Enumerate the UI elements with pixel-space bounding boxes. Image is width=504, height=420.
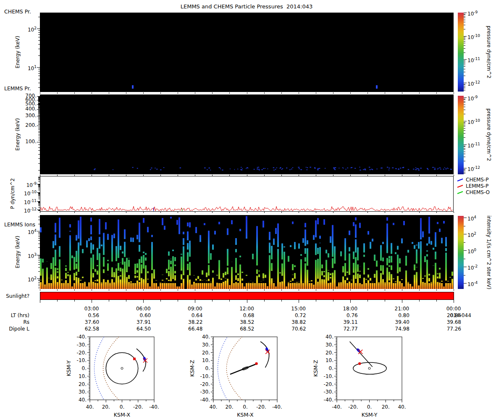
panel-gap-tick (299, 289, 299, 291)
axis-tick (38, 170, 40, 171)
panel-gap-tick (333, 289, 333, 291)
legend-item-label: CHEMS-P (466, 177, 489, 183)
panel-gap-tick (160, 289, 161, 291)
colorbar-tick (464, 97, 467, 98)
panel-gap-tick (333, 92, 333, 94)
axis-tick (38, 118, 40, 119)
axis-tick (38, 40, 40, 41)
axis-tick (38, 115, 40, 115)
panel-gap-tick (281, 212, 282, 213)
axis-tick (38, 109, 40, 109)
colorbar-tick (464, 36, 467, 37)
axis-tick (38, 129, 40, 130)
panel-gap-tick (40, 289, 40, 291)
time-axis-tick (419, 299, 420, 302)
colorbar-minor-tick (464, 157, 465, 157)
panel-gap-tick (126, 175, 126, 176)
axis-tick (38, 186, 40, 187)
time-axis-tick (126, 299, 126, 302)
ephemeris-value: 0.84 (434, 312, 461, 318)
axis-tick (38, 286, 40, 286)
chems-spectrogram-canvas (40, 13, 454, 92)
axis-tick (38, 193, 40, 193)
orbit-yaxis-title: KSM-Y (66, 360, 72, 376)
orbit-y-tick-label: 30. (326, 342, 333, 348)
orbit-y-tick-label: -20. (200, 381, 210, 387)
axis-tick (38, 247, 40, 248)
time-axis-tick (92, 299, 92, 303)
axis-tick (38, 134, 40, 134)
colorbar-minor-tick (464, 60, 465, 61)
axis-tick (38, 76, 40, 76)
colorbar-minor-tick (464, 48, 465, 49)
colorbar-minor-tick (464, 102, 465, 103)
axis-tick (38, 187, 40, 188)
lemms-ions-spectrogram (40, 215, 454, 289)
axis-tick (38, 116, 40, 116)
p1-ytick: 101 (17, 64, 37, 71)
orbit-y-tick-label: 20. (326, 350, 333, 356)
time-axis-tick (195, 299, 195, 303)
time-tick-label: 15:00 (286, 306, 311, 312)
axis-tick (38, 180, 40, 180)
colorbar-minor-tick (464, 101, 465, 102)
axis-tick (38, 189, 40, 189)
time-axis-tick (333, 299, 333, 302)
axis-tick (38, 119, 40, 120)
chems-pressure-spectrogram (40, 13, 454, 92)
axis-tick (38, 193, 40, 194)
panel-gap-tick (350, 175, 351, 176)
panel-gap-tick (195, 289, 195, 291)
time-axis-tick (178, 299, 178, 302)
cb1-unit-label: pressure dyne/cm^2 (486, 26, 492, 78)
colorbar-minor-tick (464, 259, 465, 259)
orbit-y-tick-label: -30. (200, 389, 210, 395)
panel-gap-tick (385, 212, 385, 213)
colorbar-tick-label: 10-2 (467, 263, 478, 271)
axis-tick (38, 108, 40, 109)
p2-ytick: 100. (17, 139, 37, 144)
titan-position-marker (133, 358, 136, 360)
axis-tick (38, 210, 40, 211)
orbit-x-tick-label: 20. (102, 404, 110, 410)
colorbar-minor-tick (464, 90, 465, 90)
orbit-y-tick-label: -40. (324, 397, 333, 403)
axis-tick (38, 99, 40, 99)
axis-tick (38, 271, 40, 272)
axis-tick (38, 73, 40, 74)
axis-tick (38, 217, 40, 217)
time-axis-tick (299, 299, 299, 303)
colorbar-minor-tick (464, 18, 465, 18)
panel-gap-tick (74, 92, 75, 94)
colorbar-tick (464, 283, 467, 284)
orbit-y-tick-label: 20. (79, 381, 87, 387)
panel-gap-tick (109, 212, 109, 213)
panel-gap-tick (419, 289, 420, 291)
orbit-x-tick-label: -40. (332, 404, 341, 410)
ephemeris-value: 72.77 (331, 326, 358, 332)
axis-tick (38, 196, 40, 196)
colorbar-tick-label: 104 (467, 214, 476, 222)
legend-swatch-line (457, 184, 464, 188)
orbit-xaxis-title: KSM-X (114, 412, 131, 418)
axis-tick (38, 232, 40, 233)
panel-gap-tick (419, 92, 420, 94)
orbit-y-tick-label: 30. (79, 389, 87, 395)
colorbar-minor-tick (464, 43, 465, 43)
panel-gap-tick (247, 212, 247, 213)
axis-tick (38, 71, 40, 71)
orbit-x-tick-label: 40. (398, 404, 406, 410)
axis-tick (38, 154, 40, 155)
panel-gap-tick (419, 212, 420, 213)
time-axis-tick (350, 299, 351, 303)
colorbar-minor-tick (464, 100, 465, 100)
colorbar-minor-tick (464, 62, 465, 62)
panel-gap-tick (454, 212, 454, 213)
panel-gap-tick (178, 212, 178, 213)
axis-tick (38, 264, 40, 265)
panel-gap-tick (402, 289, 402, 291)
time-tick-label: 06:00 (131, 306, 156, 312)
panel-gap-tick (143, 175, 144, 176)
orbit-y-tick-label: 0. (82, 365, 87, 371)
panel-gap-tick (281, 92, 282, 94)
